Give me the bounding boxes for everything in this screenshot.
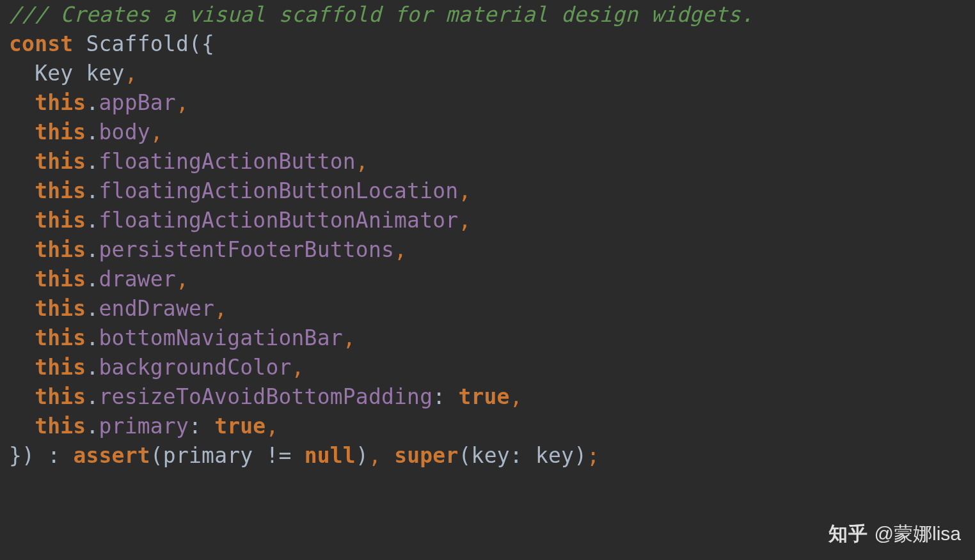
comma: ,	[369, 443, 381, 468]
comma: ,	[343, 325, 356, 350]
kw-true: true	[214, 414, 266, 439]
comma: ,	[510, 384, 523, 409]
comma: ,	[176, 267, 189, 292]
kw-this: this	[35, 296, 86, 321]
param-key-type: Key	[35, 61, 73, 86]
dot: .	[86, 237, 99, 262]
kw-this: this	[35, 237, 86, 262]
comma: ,	[266, 414, 278, 439]
code-block: /// Creates a visual scaffold for materi…	[0, 0, 975, 471]
assert-arg: primary	[163, 443, 253, 468]
colon: :	[432, 384, 445, 409]
super-key-arg: key	[535, 443, 574, 468]
comma: ,	[125, 61, 138, 86]
comma: ,	[150, 120, 163, 144]
dot: .	[86, 296, 99, 321]
kw-true: true	[458, 384, 509, 409]
comma: ,	[458, 178, 471, 203]
dot: .	[86, 325, 99, 350]
comma: ,	[214, 296, 227, 321]
comma: ,	[458, 208, 471, 233]
kw-this: this	[35, 178, 86, 203]
colon: :	[189, 414, 202, 439]
dot: .	[86, 267, 99, 292]
field-resizeToAvoidBottomPadding: resizeToAvoidBottomPadding	[99, 384, 433, 409]
kw-super: super	[394, 443, 458, 468]
kw-this: this	[35, 384, 86, 409]
zhihu-logo-icon: 知乎	[828, 521, 868, 547]
field-floatingActionButtonLocation: floatingActionButtonLocation	[99, 178, 459, 203]
super-key-name: key	[472, 443, 510, 468]
kw-this: this	[35, 90, 86, 115]
field-floatingActionButtonAnimator: floatingActionButtonAnimator	[99, 208, 459, 233]
colon: :	[47, 443, 60, 468]
op-neq: !=	[266, 443, 291, 468]
param-key-name: key	[86, 61, 124, 86]
kw-this: this	[35, 355, 86, 380]
kw-this: this	[35, 149, 86, 174]
dot: .	[86, 355, 99, 380]
field-endDrawer: endDrawer	[99, 296, 215, 321]
colon: :	[510, 443, 523, 468]
field-appBar: appBar	[99, 90, 176, 115]
kw-this: this	[35, 414, 86, 439]
kw-this: this	[35, 208, 86, 233]
semicolon: ;	[587, 443, 599, 468]
field-drawer: drawer	[99, 267, 176, 292]
code-comment: /// Creates a visual scaffold for materi…	[9, 2, 754, 27]
comma: ,	[394, 237, 407, 262]
kw-null: null	[305, 443, 356, 468]
dot: .	[86, 208, 99, 233]
close-brace: })	[9, 443, 35, 468]
field-floatingActionButton: floatingActionButton	[99, 149, 356, 174]
comma: ,	[356, 149, 369, 174]
dot: .	[86, 384, 99, 409]
watermark-author: @蒙娜lisa	[875, 521, 961, 547]
dot: .	[86, 120, 99, 144]
kw-this: this	[35, 120, 86, 144]
watermark: 知乎 @蒙娜lisa	[828, 521, 961, 547]
comma: ,	[176, 90, 189, 115]
comma: ,	[292, 355, 305, 380]
open-brace: ({	[189, 31, 214, 56]
dot: .	[86, 178, 99, 203]
field-persistentFooterButtons: persistentFooterButtons	[99, 237, 395, 262]
field-body: body	[99, 120, 150, 144]
field-primary: primary	[99, 414, 189, 439]
dot: .	[86, 149, 99, 174]
field-bottomNavigationBar: bottomNavigationBar	[99, 325, 343, 350]
dot: .	[86, 90, 99, 115]
kw-const: const	[9, 31, 73, 56]
kw-assert: assert	[73, 443, 150, 468]
class-name: Scaffold	[86, 31, 189, 56]
kw-this: this	[35, 267, 86, 292]
kw-this: this	[35, 325, 86, 350]
field-backgroundColor: backgroundColor	[99, 355, 292, 380]
dot: .	[86, 414, 99, 439]
